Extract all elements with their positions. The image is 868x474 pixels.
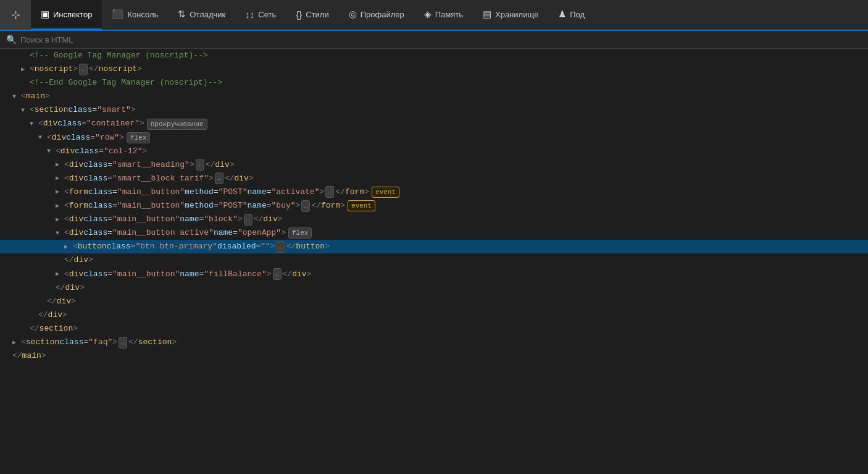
profiler-tab-icon: ◎ [349, 9, 357, 20]
toggle-arrow[interactable]: ▶ [56, 187, 64, 197]
debugger-tab-icon: ⇅ [178, 9, 186, 20]
html-line[interactable]: ▼<div class="row">flex [0, 131, 868, 145]
layout-badge: прокручивание [147, 119, 207, 130]
styles-tab-icon: {} [296, 9, 302, 20]
tab-network[interactable]: ↕↕Сеть [235, 0, 286, 30]
toolbar-icon-button[interactable]: ⊹ [0, 0, 31, 30]
html-line[interactable]: ▶<section class="faq">…</section> [0, 336, 868, 349]
html-inspector-panel[interactable]: <!-- Google Tag Manager (noscript)-->▶<n… [0, 49, 868, 471]
html-line[interactable]: ▼<section class="smart"> [0, 103, 868, 117]
event-badge: event [372, 187, 399, 198]
tab-inspector[interactable]: ▣Инспектор [31, 0, 102, 30]
toggle-arrow[interactable]: ▼ [47, 146, 56, 156]
toggle-arrow[interactable]: ▼ [30, 119, 38, 129]
ellipsis-badge[interactable]: … [196, 159, 204, 171]
ellipsis-badge[interactable]: … [119, 337, 127, 349]
html-line[interactable]: ▶<div class="main__button" name="fillBal… [0, 268, 868, 281]
toggle-arrow[interactable]: ▼ [21, 105, 30, 116]
html-line[interactable]: ▼<main> [0, 90, 868, 103]
console-tab-icon: ⬛ [112, 9, 123, 20]
memory-tab-icon: ◈ [424, 9, 432, 20]
html-line[interactable]: </main> [0, 349, 868, 363]
search-icon: 🔍 [6, 35, 17, 44]
tab-memory[interactable]: ◈Память [414, 0, 473, 30]
toggle-arrow[interactable]: ▶ [12, 337, 21, 348]
toggle-arrow[interactable]: ▶ [56, 201, 64, 211]
toggle-arrow[interactable]: ▶ [64, 242, 73, 252]
inspector-tab-icon: ▣ [41, 9, 49, 20]
ellipsis-badge[interactable]: … [244, 214, 252, 226]
html-line[interactable]: </div> [0, 295, 868, 308]
toggle-arrow[interactable]: ▼ [56, 228, 64, 239]
cursor-icon: ⊹ [11, 8, 20, 22]
html-line[interactable]: <!-- Google Tag Manager (noscript)--> [0, 49, 868, 62]
devtools-toolbar: ⊹ ▣Инспектор⬛Консоль⇅Отладчик↕↕Сеть{}Сти… [0, 0, 868, 31]
ellipsis-badge[interactable]: … [277, 241, 285, 253]
layout-badge: flex [127, 132, 150, 143]
html-line[interactable]: ▶<div class="smart__block tarif">…</div> [0, 172, 868, 185]
html-line[interactable]: ▼<div class="main__button active" name="… [0, 226, 868, 240]
html-search-bar: 🔍 [0, 31, 868, 49]
toggle-arrow[interactable]: ▶ [56, 173, 64, 184]
tab-debugger[interactable]: ⇅Отладчик [168, 0, 235, 30]
search-input[interactable] [20, 35, 862, 44]
tab-styles[interactable]: {}Стили [286, 0, 338, 30]
html-line[interactable]: ▶<button class="btn btn-primary" disable… [0, 240, 868, 253]
toggle-arrow[interactable]: ▶ [56, 159, 64, 170]
toggle-arrow[interactable]: ▶ [56, 269, 64, 279]
toggle-arrow[interactable]: ▼ [38, 132, 47, 143]
network-tab-icon: ↕↕ [245, 9, 254, 20]
html-line[interactable]: </div> [0, 281, 868, 295]
ellipsis-badge[interactable]: … [301, 200, 310, 212]
tab-profiler[interactable]: ◎Профайлер [339, 0, 414, 30]
html-line[interactable]: ▼<div class="col-12"> [0, 145, 868, 158]
layout-badge: flex [288, 227, 312, 239]
toggle-arrow[interactable]: ▶ [56, 214, 64, 225]
html-line[interactable]: ▶<div class="smart__heading">…</div> [0, 158, 868, 172]
ellipsis-badge[interactable]: … [325, 186, 334, 198]
html-line[interactable]: </section> [0, 322, 868, 336]
toggle-arrow[interactable]: ▶ [21, 64, 30, 75]
html-line[interactable]: ▶<div class="main__button" name="block">… [0, 213, 868, 226]
ellipsis-badge[interactable]: … [215, 172, 223, 184]
accessibility-tab-icon: ♟ [558, 9, 566, 20]
html-line[interactable]: ▶<form class="main__button" method="POST… [0, 185, 868, 199]
tab-accessibility[interactable]: ♟Под [548, 0, 595, 30]
tab-storage[interactable]: ▤Хранилище [473, 0, 548, 30]
toggle-arrow[interactable]: ▼ [12, 91, 21, 102]
html-line[interactable]: ▶<noscript>…</noscript> [0, 62, 868, 76]
html-line[interactable]: </div> [0, 253, 868, 267]
html-line[interactable]: </div> [0, 308, 868, 322]
tab-console[interactable]: ⬛Консоль [102, 0, 168, 30]
ellipsis-badge[interactable]: … [79, 64, 88, 75]
html-line[interactable]: ▶<form class="main__button" method="POST… [0, 199, 868, 213]
html-line[interactable]: <!--End Google Tag Manager (noscript)--> [0, 76, 868, 90]
ellipsis-badge[interactable]: … [273, 268, 282, 280]
storage-tab-icon: ▤ [483, 9, 491, 20]
event-badge: event [348, 200, 375, 211]
html-line[interactable]: ▼<div class="container">прокручивание [0, 117, 868, 130]
